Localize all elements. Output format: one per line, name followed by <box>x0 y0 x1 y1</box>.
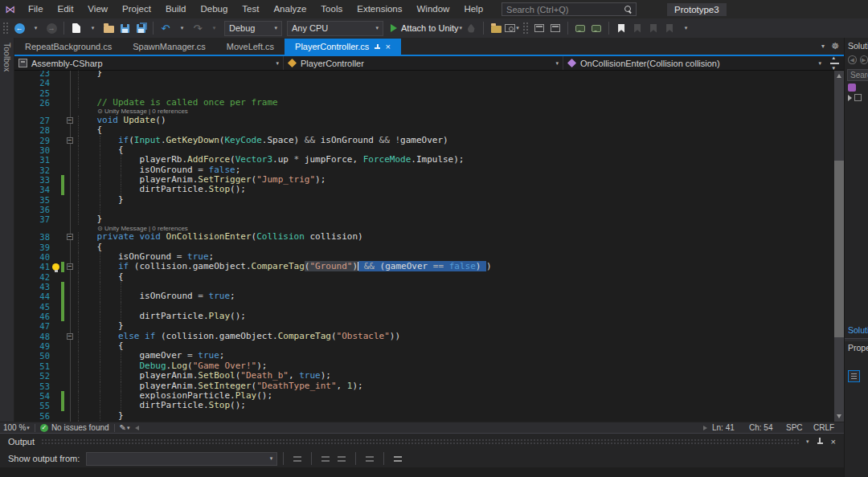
zoom-level[interactable]: 100 % <box>3 423 26 432</box>
breakpoint-margin[interactable] <box>14 125 32 135</box>
menu-edit[interactable]: Edit <box>51 0 81 18</box>
editor-vertical-scrollbar[interactable] <box>834 71 844 422</box>
breakpoint-margin[interactable] <box>14 361 32 371</box>
code-line[interactable]: 24 <box>14 78 834 88</box>
code-text[interactable]: dirtParticle.Stop(); <box>76 401 834 410</box>
editor-options-gear-icon[interactable]: ☸ <box>831 41 839 51</box>
menu-help[interactable]: Help <box>457 0 490 18</box>
code-text[interactable]: private void OnCollisionEnter(Collision … <box>76 232 834 242</box>
previous-bookmark-button[interactable] <box>630 20 645 36</box>
breakpoint-margin[interactable] <box>14 252 32 262</box>
solution-nav-back-icon[interactable]: ◀ <box>848 55 857 64</box>
close-icon[interactable]: × <box>831 437 836 446</box>
spaces-indicator[interactable]: SPC <box>786 423 813 432</box>
code-line[interactable]: 27− void Update() <box>14 116 834 125</box>
output-content[interactable] <box>0 467 844 477</box>
undo-dropdown[interactable]: ▾ <box>174 20 189 36</box>
issues-status[interactable]: No issues found <box>51 423 109 432</box>
code-text[interactable]: else if (collision.gameObject.CompareTag… <box>76 332 834 341</box>
breakpoint-margin[interactable] <box>14 282 32 292</box>
navigate-to-button[interactable] <box>532 20 547 36</box>
clear-all-icon[interactable] <box>365 455 375 463</box>
breakpoint-margin[interactable] <box>14 232 32 242</box>
navigate-backward-dropdown[interactable]: ▾ <box>28 20 43 36</box>
solution-nav-forward-icon[interactable]: ▶ <box>860 55 868 64</box>
pin-tab-icon[interactable] <box>375 44 380 50</box>
code-line[interactable]: 56 } <box>14 411 834 421</box>
toggle-bookmark-button[interactable] <box>614 20 628 36</box>
breakpoint-margin[interactable] <box>14 195 32 205</box>
breakpoint-margin[interactable] <box>14 292 32 301</box>
code-text[interactable]: } <box>76 195 834 205</box>
breakpoint-margin[interactable] <box>14 371 32 381</box>
window-position-dropdown[interactable]: ▾ <box>806 438 809 445</box>
next-message-icon[interactable] <box>337 455 346 463</box>
line-ending-indicator[interactable]: CRLF <box>813 423 844 432</box>
breakpoint-margin[interactable] <box>14 341 32 351</box>
breakpoint-margin[interactable] <box>14 401 32 410</box>
output-source-combo[interactable]: ▾ <box>86 452 277 466</box>
code-line[interactable]: 48− else if (collision.gameObject.Compar… <box>14 332 834 341</box>
menu-window[interactable]: Window <box>409 0 457 18</box>
breakpoint-margin[interactable] <box>14 214 32 224</box>
breakpoint-margin[interactable] <box>14 321 32 331</box>
code-line[interactable]: 38− private void OnCollisionEnter(Collis… <box>14 232 834 242</box>
open-file-button[interactable] <box>101 20 116 36</box>
solution-platform-combo[interactable]: Any CPU▾ <box>287 21 383 36</box>
code-text[interactable]: if(Input.GetKeyDown(KeyCode.Space) && is… <box>76 136 834 145</box>
new-file-dropdown[interactable]: ▾ <box>85 20 100 36</box>
code-text[interactable] <box>76 78 834 88</box>
uncomment-button[interactable] <box>589 20 604 36</box>
code-text[interactable]: dirtParticle.Play(); <box>76 312 834 321</box>
breakpoint-margin[interactable] <box>14 302 32 312</box>
collapse-region-icon[interactable]: − <box>67 117 73 124</box>
breakpoint-margin[interactable] <box>14 262 32 271</box>
code-editor[interactable]: 23 }242526 // Update is called once per … <box>14 71 834 422</box>
new-file-button[interactable] <box>69 20 84 36</box>
menu-file[interactable]: File <box>21 0 51 18</box>
toolbar-drag-handle[interactable] <box>522 22 529 35</box>
breakpoint-margin[interactable] <box>14 205 32 214</box>
code-text[interactable]: isOnGround = true; <box>76 292 834 301</box>
collapse-region-icon[interactable]: − <box>67 333 73 340</box>
navigate-forward-button[interactable]: → <box>44 20 59 36</box>
menu-project[interactable]: Project <box>115 0 158 18</box>
code-text[interactable]: if (collision.gameObject.CompareTag("Gro… <box>76 262 834 271</box>
breakpoint-margin[interactable] <box>14 136 32 145</box>
breakpoint-margin[interactable] <box>14 351 32 361</box>
breakpoint-margin[interactable] <box>14 116 32 125</box>
menu-analyze[interactable]: Analyze <box>266 0 313 18</box>
tab-list-dropdown[interactable]: ▾ <box>821 43 825 50</box>
code-text[interactable]: } <box>76 214 834 224</box>
toolbox-side-tab[interactable]: Toolbox <box>0 38 14 422</box>
breakpoint-margin[interactable] <box>14 272 32 282</box>
code-line[interactable]: 35 } <box>14 195 834 205</box>
tab-moveleft-cs[interactable]: MoveLeft.cs <box>216 39 285 55</box>
peek-definition-button[interactable] <box>548 20 563 36</box>
breakpoint-margin[interactable] <box>14 391 32 401</box>
screenshot-button[interactable]: ▾ <box>505 20 519 36</box>
solution-explorer-search-input[interactable]: Search <box>847 69 868 81</box>
code-line[interactable]: 41− if (collision.gameObject.CompareTag(… <box>14 262 834 271</box>
menu-tools[interactable]: Tools <box>313 0 350 18</box>
breakpoint-margin[interactable] <box>14 381 32 391</box>
save-button[interactable] <box>117 20 132 36</box>
solution-configuration-combo[interactable]: Debug▾ <box>224 21 282 36</box>
menu-extensions[interactable]: Extensions <box>350 0 409 18</box>
vertical-scrollbar-thumb[interactable] <box>834 161 844 337</box>
navigate-backward-button[interactable]: ← <box>12 20 27 36</box>
menu-test[interactable]: Test <box>235 0 266 18</box>
menu-view[interactable]: View <box>80 0 115 18</box>
redo-button[interactable]: ↷ <box>190 20 205 36</box>
scroll-right-arrow-icon[interactable] <box>703 426 707 430</box>
code-line[interactable]: 36 <box>14 205 834 214</box>
code-text[interactable]: // Update is called once per frame <box>76 98 834 108</box>
undo-button[interactable]: ↶ <box>158 20 173 36</box>
breakpoint-margin[interactable] <box>14 243 32 252</box>
code-line[interactable]: 42 { <box>14 272 834 282</box>
breakpoint-margin[interactable] <box>14 78 32 88</box>
code-cleanup-dropdown[interactable]: ▾ <box>127 425 130 431</box>
breakpoint-margin[interactable] <box>14 145 32 155</box>
breakpoint-margin[interactable] <box>14 71 32 78</box>
code-line[interactable]: 37 } <box>14 214 834 224</box>
